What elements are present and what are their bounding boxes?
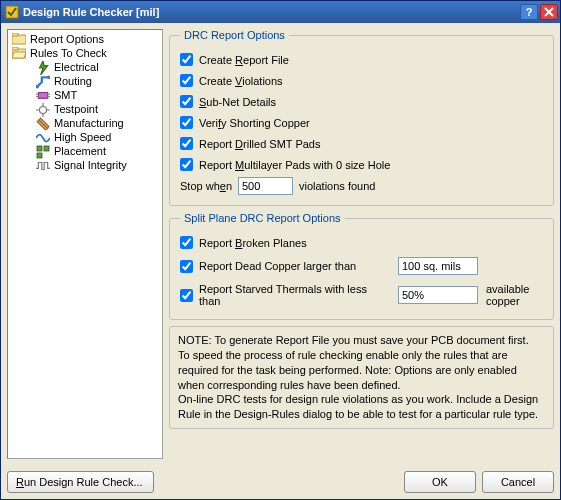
titlebar: Design Rule Checker [mil] ? [1, 1, 560, 23]
run-drc-button[interactable]: Run Design Rule Check... [7, 471, 154, 493]
tree-placement[interactable]: Placement [8, 144, 162, 158]
starved-thermals-checkbox[interactable] [180, 289, 193, 302]
split-legend: Split Plane DRC Report Options [180, 212, 345, 224]
tree-label: Electrical [54, 61, 99, 73]
verify-short-label[interactable]: Verify Shorting Copper [199, 117, 310, 129]
tree-label: Placement [54, 145, 106, 157]
help-button[interactable]: ? [520, 4, 538, 20]
svg-rect-15 [37, 153, 42, 158]
subnet-checkbox[interactable] [180, 95, 193, 108]
right-panel: DRC Report Options Create Report File Cr… [169, 29, 554, 459]
app-icon [5, 5, 19, 19]
stop-left-label: Stop when [180, 180, 232, 192]
tree-smt[interactable]: SMT [8, 88, 162, 102]
svg-rect-14 [44, 146, 49, 151]
multilayer-checkbox[interactable] [180, 158, 193, 171]
footer: Run Design Rule Check... OK Cancel [1, 465, 560, 499]
note-line2: To speed the process of rule checking en… [178, 348, 545, 393]
stop-right-label: violations found [299, 180, 375, 192]
drc-options-group: DRC Report Options Create Report File Cr… [169, 29, 554, 206]
tree-label: Manufacturing [54, 117, 124, 129]
tree-label: Report Options [30, 33, 104, 45]
broken-planes-checkbox[interactable] [180, 236, 193, 249]
window-title: Design Rule Checker [mil] [23, 6, 518, 18]
tree-label: Routing [54, 75, 92, 87]
tree-electrical[interactable]: Electrical [8, 60, 162, 74]
folder-icon [12, 33, 26, 45]
create-violations-checkbox[interactable] [180, 74, 193, 87]
dead-copper-label[interactable]: Report Dead Copper larger than [199, 260, 356, 272]
create-report-checkbox[interactable] [180, 53, 193, 66]
electrical-icon [36, 61, 50, 73]
svg-rect-2 [12, 33, 18, 36]
signal-icon [36, 159, 50, 171]
nav-tree[interactable]: Report Options Rules To Check Electrical… [7, 29, 163, 459]
svg-point-12 [40, 107, 47, 114]
note-line1: NOTE: To generate Report File you must s… [178, 333, 545, 348]
tree-manufacturing[interactable]: Manufacturing [8, 116, 162, 130]
tree-highspeed[interactable]: High Speed [8, 130, 162, 144]
dead-copper-checkbox[interactable] [180, 260, 193, 273]
cancel-button[interactable]: Cancel [482, 471, 554, 493]
stop-count-input[interactable] [238, 177, 293, 195]
tree-label: Rules To Check [30, 47, 107, 59]
svg-rect-8 [36, 94, 38, 95]
svg-rect-7 [38, 93, 47, 99]
tree-routing[interactable]: Routing [8, 74, 162, 88]
tree-report-options[interactable]: Report Options [8, 32, 162, 46]
tree-label: SMT [54, 89, 77, 101]
starved-thermals-input[interactable] [398, 286, 478, 304]
tree-label: Testpoint [54, 103, 98, 115]
svg-rect-13 [37, 146, 42, 151]
tree-testpoint[interactable]: Testpoint [8, 102, 162, 116]
window: Design Rule Checker [mil] ? Report Optio… [0, 0, 561, 500]
svg-rect-11 [48, 96, 50, 97]
svg-rect-10 [48, 94, 50, 95]
drc-legend: DRC Report Options [180, 29, 289, 41]
verify-short-checkbox[interactable] [180, 116, 193, 129]
subnet-label[interactable]: Sub-Net Details [199, 96, 276, 108]
broken-planes-label[interactable]: Report Broken Planes [199, 237, 307, 249]
ok-button[interactable]: OK [404, 471, 476, 493]
manufacturing-icon [36, 117, 50, 129]
dead-copper-input[interactable] [398, 257, 478, 275]
drilled-smt-checkbox[interactable] [180, 137, 193, 150]
split-plane-group: Split Plane DRC Report Options Report Br… [169, 212, 554, 320]
placement-icon [36, 145, 50, 157]
body: Report Options Rules To Check Electrical… [1, 23, 560, 465]
starved-thermals-label[interactable]: Report Starved Thermals with less than [199, 283, 390, 307]
svg-point-6 [47, 76, 50, 80]
highspeed-icon [36, 131, 50, 143]
svg-rect-9 [36, 96, 38, 97]
tree-label: High Speed [54, 131, 112, 143]
starved-suffix-label: available copper [486, 283, 543, 307]
testpoint-icon [36, 103, 50, 115]
note-box: NOTE: To generate Report File you must s… [169, 326, 554, 429]
tree-rules-to-check[interactable]: Rules To Check [8, 46, 162, 60]
folder-open-icon [12, 47, 26, 59]
close-button[interactable] [540, 4, 558, 20]
tree-signal-integrity[interactable]: Signal Integrity [8, 158, 162, 172]
svg-rect-4 [12, 47, 18, 50]
routing-icon [36, 75, 50, 87]
tree-label: Signal Integrity [54, 159, 127, 171]
multilayer-label[interactable]: Report Multilayer Pads with 0 size Hole [199, 159, 390, 171]
create-report-label[interactable]: Create Report File [199, 54, 289, 66]
note-line3: On-line DRC tests for design rule violat… [178, 392, 545, 422]
smt-icon [36, 89, 50, 101]
drilled-smt-label[interactable]: Report Drilled SMT Pads [199, 138, 320, 150]
create-violations-label[interactable]: Create Violations [199, 75, 283, 87]
